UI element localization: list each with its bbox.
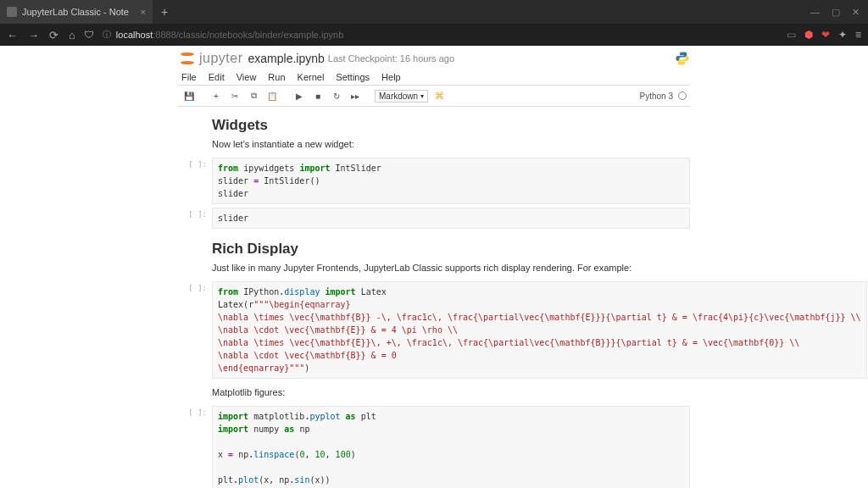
menu-icon[interactable]: ≡ xyxy=(855,29,861,41)
menu-view[interactable]: View xyxy=(236,72,257,82)
input-prompt: [ ]: xyxy=(178,158,212,204)
toolbar: 💾 + ✂ ⧉ 📋 ▶ ■ ↻ ▸▸ Markdown ▾ ⌘ Python 3 xyxy=(178,86,690,107)
chevron-down-icon: ▾ xyxy=(420,92,424,100)
notebook-body: Widgets Now let's instantiate a new widg… xyxy=(178,107,690,488)
browser-tab[interactable]: JupyterLab Classic - Note × xyxy=(0,0,153,24)
extension-icon[interactable]: ✦ xyxy=(838,29,847,41)
add-cell-icon[interactable]: + xyxy=(209,88,224,103)
save-icon[interactable]: 💾 xyxy=(181,88,197,103)
shield-icon[interactable]: 🛡 xyxy=(84,29,94,41)
close-icon[interactable]: × xyxy=(141,7,146,17)
gift-icon[interactable]: ❤ xyxy=(821,29,830,41)
input-prompt: [ ]: xyxy=(178,208,212,229)
adblock-icon[interactable]: ⬢ xyxy=(804,29,813,41)
reload-icon[interactable]: ⟳ xyxy=(49,29,58,42)
cut-icon[interactable]: ✂ xyxy=(227,88,242,103)
widgets-text: Now let's instantiate a new widget: xyxy=(212,139,656,149)
jupyter-wordmark: jupyter xyxy=(199,51,243,66)
code-input[interactable]: slider xyxy=(212,208,690,229)
close-window-icon[interactable]: ✕ xyxy=(852,7,860,18)
restart-icon[interactable]: ↻ xyxy=(329,88,344,103)
mpl-text: Matplotlib figures: xyxy=(212,387,656,397)
browser-url-bar: ← → ⟳ ⌂ 🛡 ⓘ localhost:8888/classic/noteb… xyxy=(0,24,868,46)
input-prompt: [ ]: xyxy=(178,406,212,488)
menu-bar: File Edit View Run Kernel Settings Help xyxy=(178,69,690,86)
code-cell[interactable]: [ ]: from IPython.display import Latex L… xyxy=(178,280,690,380)
notebook-header: jupyter example.ipynb Last Checkpoint: 1… xyxy=(178,46,690,69)
menu-kernel[interactable]: Kernel xyxy=(298,72,325,82)
paste-icon[interactable]: 📋 xyxy=(264,88,280,103)
stop-icon[interactable]: ■ xyxy=(310,88,326,103)
tab-favicon xyxy=(7,7,17,17)
markdown-cell[interactable]: Matplotlib figures: xyxy=(178,380,690,404)
markdown-cell[interactable]: Widgets Now let's instantiate a new widg… xyxy=(178,107,690,156)
url-path: :8888/classic/notebooks/binder/example.i… xyxy=(153,30,343,40)
code-input[interactable]: from ipywidgets import IntSlider slider … xyxy=(212,158,690,204)
menu-help[interactable]: Help xyxy=(381,72,401,82)
python-logo-icon xyxy=(675,51,690,66)
command-palette-icon[interactable]: ⌘ xyxy=(435,91,444,102)
menu-edit[interactable]: Edit xyxy=(209,72,225,82)
code-input[interactable]: from IPython.display import Latex Latex(… xyxy=(212,281,867,379)
notebook-title[interactable]: example.ipynb xyxy=(248,52,325,65)
rich-text: Just like in many Jupyter Frontends, Jup… xyxy=(212,263,656,273)
back-icon[interactable]: ← xyxy=(7,29,18,42)
menu-settings[interactable]: Settings xyxy=(336,72,370,82)
menu-file[interactable]: File xyxy=(181,72,197,82)
run-icon[interactable]: ▶ xyxy=(292,88,307,103)
code-cell[interactable]: [ ]: from ipywidgets import IntSlider sl… xyxy=(178,156,690,206)
copy-icon[interactable]: ⧉ xyxy=(246,88,261,103)
home-icon[interactable]: ⌂ xyxy=(69,29,75,42)
cell-type-select[interactable]: Markdown ▾ xyxy=(375,90,428,103)
url-field[interactable]: ⓘ localhost:8888/classic/notebooks/binde… xyxy=(103,29,343,41)
checkpoint-text: Last Checkpoint: 16 hours ago xyxy=(328,53,454,64)
markdown-cell[interactable]: Rich Display Just like in many Jupyter F… xyxy=(178,230,690,280)
code-cell[interactable]: [ ]: slider xyxy=(178,206,690,230)
code-cell[interactable]: [ ]: import matplotlib.pyplot as plt imp… xyxy=(178,404,690,488)
fast-forward-icon[interactable]: ▸▸ xyxy=(348,88,363,103)
minimize-icon[interactable]: — xyxy=(810,7,820,17)
input-prompt: [ ]: xyxy=(178,281,212,379)
jupyter-logo[interactable]: jupyter xyxy=(178,49,243,68)
rich-heading: Rich Display xyxy=(212,241,656,258)
cell-type-label: Markdown xyxy=(379,92,418,101)
kernel-status-icon xyxy=(678,92,687,100)
reader-icon[interactable]: ▭ xyxy=(787,29,796,41)
maximize-icon[interactable]: ▢ xyxy=(832,7,840,18)
kernel-name[interactable]: Python 3 xyxy=(640,92,673,101)
widgets-heading: Widgets xyxy=(212,117,656,134)
browser-tab-bar: JupyterLab Classic - Note × + — ▢ ✕ xyxy=(0,0,868,24)
menu-run[interactable]: Run xyxy=(268,72,285,82)
scrollbar[interactable] xyxy=(690,107,695,488)
forward-icon[interactable]: → xyxy=(28,29,39,42)
code-input[interactable]: import matplotlib.pyplot as plt import n… xyxy=(212,406,690,488)
tab-title: JupyterLab Classic - Note xyxy=(22,7,129,17)
jupyter-icon xyxy=(178,49,197,68)
window-controls: — ▢ ✕ xyxy=(810,0,868,24)
new-tab-button[interactable]: + xyxy=(153,5,176,19)
url-host: localhost xyxy=(116,30,153,40)
info-icon: ⓘ xyxy=(103,29,111,41)
